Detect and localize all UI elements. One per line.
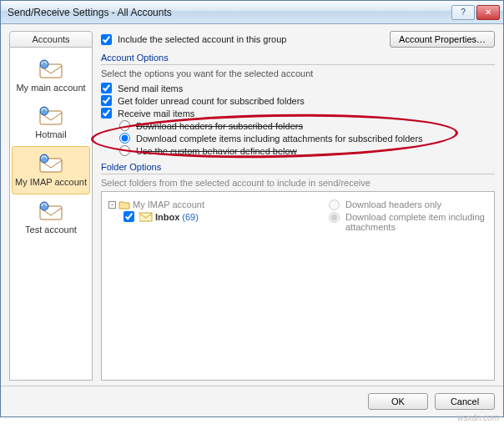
sidebar: Accounts My main account Hotmail — [9, 31, 93, 381]
mail-folder-icon — [139, 212, 153, 222]
inbox-label: Inbox — [155, 212, 179, 222]
tree-inbox[interactable]: Inbox (69) — [108, 210, 320, 223]
tree-root[interactable]: - My IMAP account — [108, 199, 320, 210]
inbox-count: (69) — [182, 212, 199, 222]
account-label: My IMAP account — [14, 177, 88, 187]
folder-radio-complete: Download complete item including attachm… — [329, 211, 487, 233]
radio-custom-behavior[interactable]: Use the custom behavior defined below — [119, 144, 495, 157]
include-account-checkbox[interactable]: Include the selected account in this gro… — [101, 33, 383, 46]
folder-radio-headers: Download headers only — [329, 199, 487, 211]
account-item-imap[interactable]: My IMAP account — [12, 146, 90, 194]
account-options-title: Account Options — [101, 53, 495, 65]
account-item-hotmail[interactable]: Hotmail — [12, 99, 90, 146]
account-icon — [37, 58, 65, 81]
tree-root-label: My IMAP account — [133, 199, 204, 209]
sidebar-tab-accounts[interactable]: Accounts — [9, 31, 93, 48]
include-account-label: Include the selected account in this gro… — [118, 34, 286, 44]
titlebar[interactable]: Send/Receive Settings - All Accounts ? ✕ — [1, 1, 503, 24]
main-panel: Include the selected account in this gro… — [101, 31, 495, 381]
radio-download-complete[interactable]: Download complete items including attach… — [119, 132, 495, 144]
account-label: My main account — [13, 83, 88, 93]
include-account-input[interactable] — [101, 34, 112, 45]
inbox-checkbox[interactable] — [123, 211, 134, 222]
account-icon — [37, 199, 65, 223]
ok-button[interactable]: OK — [368, 393, 428, 410]
account-item-main[interactable]: My main account — [12, 53, 90, 99]
svg-rect-8 — [139, 213, 152, 221]
cancel-button[interactable]: Cancel — [435, 393, 495, 410]
close-button[interactable]: ✕ — [476, 5, 500, 20]
account-label: Hotmail — [13, 129, 88, 139]
folder-options-desc: Select folders from the selected account… — [101, 178, 495, 188]
folder-tree-panel: - My IMAP account Inbox — [101, 191, 495, 381]
dialog-window: Send/Receive Settings - All Accounts ? ✕… — [0, 0, 504, 417]
folder-options-title: Folder Options — [101, 162, 495, 174]
collapse-icon[interactable]: - — [108, 201, 116, 209]
account-item-test[interactable]: Test account — [12, 194, 90, 241]
send-mail-checkbox[interactable]: Send mail items — [101, 82, 495, 94]
radio-download-headers[interactable]: Download headers for subscribed folders — [119, 119, 495, 132]
watermark: wsxdn.com — [457, 413, 499, 422]
folder-icon — [118, 199, 130, 209]
unread-count-checkbox[interactable]: Get folder unread count for subscribed f… — [101, 94, 495, 107]
account-label: Test account — [13, 225, 88, 235]
account-icon — [37, 152, 65, 175]
help-button[interactable]: ? — [451, 5, 475, 20]
window-title: Send/Receive Settings - All Accounts — [8, 7, 451, 18]
receive-mail-checkbox[interactable]: Receive mail items — [101, 107, 495, 119]
account-options-desc: Select the options you want for the sele… — [101, 68, 495, 78]
account-icon — [37, 104, 65, 128]
dialog-footer: OK Cancel — [1, 386, 503, 416]
account-properties-button[interactable]: Account Properties… — [390, 31, 495, 48]
